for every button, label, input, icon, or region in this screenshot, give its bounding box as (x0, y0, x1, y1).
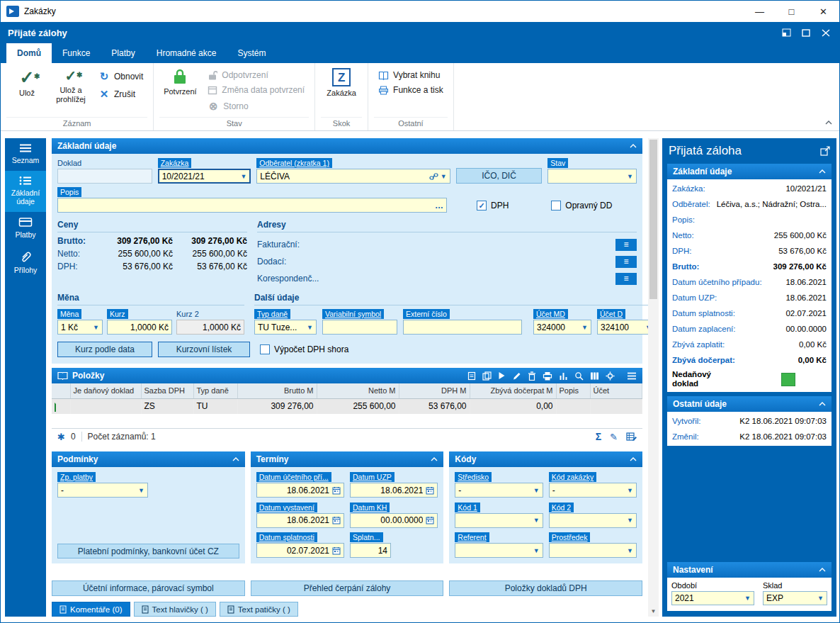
datum-ucetniho-field[interactable]: 18.06.2021 (256, 483, 344, 498)
stav-field[interactable]: ▼ (547, 169, 637, 184)
datum-kh-label[interactable]: Datum KH (350, 503, 390, 512)
copy-record-icon[interactable] (482, 371, 492, 381)
variabilni-symbol-label[interactable]: Variabilní symbol (322, 309, 384, 319)
column-header[interactable]: Netto M (317, 383, 399, 398)
zp-platby-field[interactable]: - ▼ (57, 483, 148, 498)
obdobi-field[interactable]: 2021 ▼ (671, 591, 754, 605)
collapse-panel-button[interactable] (431, 457, 438, 461)
sidebar-item-zakladni-udaje[interactable]: Základní údaje (5, 171, 46, 212)
column-header[interactable]: Brutto M (237, 383, 317, 398)
print-icon[interactable] (543, 371, 552, 381)
dropdown-icon[interactable]: ▼ (533, 487, 540, 494)
dropdown-icon[interactable]: ▼ (533, 517, 540, 524)
dropdown-icon[interactable]: ▼ (817, 595, 824, 602)
confirm-button[interactable]: Potvrzení (159, 64, 200, 98)
address-menu-button[interactable]: ≡ (615, 239, 637, 251)
variabilni-symbol-field[interactable] (322, 320, 397, 335)
scroll-down-arrow[interactable]: ▼ (648, 606, 659, 617)
select-book-button[interactable]: Vybrat knihu (374, 69, 448, 82)
tab-text-paticky[interactable]: Text patičky ( ) (220, 602, 298, 617)
jump-zakazka-button[interactable]: Z Zakázka (321, 64, 362, 99)
kod2-field[interactable]: ▼ (549, 513, 637, 528)
calendar-icon[interactable] (332, 546, 341, 555)
unconfirm-button[interactable]: Odpotvrzení (203, 69, 309, 82)
dropdown-icon[interactable]: ▼ (240, 173, 246, 180)
close-button[interactable]: ✕ (807, 1, 839, 22)
save-button[interactable]: ✓✱ Ulož (6, 64, 47, 99)
calendar-icon[interactable] (332, 516, 341, 524)
odberatel-label[interactable]: Odběratel (zkratka 1) (256, 158, 332, 168)
info-section-header-nastaveni[interactable]: Nastavení (667, 562, 832, 578)
sidebar-item-prilohy[interactable]: Přílohy (5, 245, 46, 281)
referent-label[interactable]: Referent (455, 532, 489, 542)
column-header[interactable]: Popis (556, 383, 590, 398)
stredisko-field[interactable]: - ▼ (455, 483, 543, 498)
kod1-field[interactable]: ▼ (455, 513, 543, 528)
kod-zakazky-field[interactable]: - ▼ (549, 483, 637, 498)
column-header[interactable]: Zbývá dočerpat M (470, 383, 556, 398)
info-section-header-ostatni[interactable]: Ostatní údaje (667, 396, 832, 412)
zakazka-label[interactable]: Zakázka (158, 158, 192, 168)
zp-platby-label[interactable]: Zp. platby (57, 472, 96, 482)
column-header[interactable]: Sazba DPH (141, 383, 193, 398)
bulk-edit-icon[interactable] (626, 432, 637, 442)
dropdown-icon[interactable]: ▼ (307, 324, 313, 331)
functions-print-button[interactable]: Funkce a tisk (374, 84, 448, 96)
panel-header-terminy[interactable]: Termíny (251, 451, 444, 467)
kod2-label[interactable]: Kód 2 (549, 503, 574, 512)
grid-menu-icon[interactable] (627, 372, 637, 380)
datum-ucetniho-label[interactable]: Datum účetního pří... (256, 472, 331, 482)
icon-column-header[interactable] (52, 383, 70, 398)
kurzovni-listek-button[interactable]: Kurzovní lístek (158, 342, 250, 357)
collapse-panel-button[interactable] (630, 144, 637, 148)
chart-icon[interactable] (559, 371, 568, 381)
panel-header-kody[interactable]: Kódy (449, 451, 642, 467)
cancel-button[interactable]: ✕ Zrušit (94, 86, 147, 102)
dropdown-icon[interactable]: ▼ (744, 595, 751, 602)
maximize-button[interactable]: □ (776, 1, 807, 22)
prehled-cerpani-button[interactable]: Přehled čerpání zálohy (251, 580, 444, 596)
collapse-panel-button[interactable] (630, 457, 637, 461)
columns-icon[interactable] (590, 371, 599, 381)
ucet-d-label[interactable]: Účet D (597, 309, 625, 319)
calendar-icon[interactable] (332, 486, 341, 495)
kod1-label[interactable]: Kód 1 (455, 503, 479, 512)
vypocet-dph-checkbox[interactable]: Výpočet DPH shora (260, 344, 348, 354)
refresh-button[interactable]: ↻ Obnovit (94, 69, 147, 84)
calendar-icon[interactable] (426, 486, 434, 495)
datum-splatnosti-field[interactable]: 02.07.2021 (256, 543, 344, 558)
collapse-section-button[interactable] (819, 568, 826, 572)
vertical-scrollbar[interactable]: ▼ (648, 138, 659, 617)
dropdown-icon[interactable]: ▼ (93, 324, 99, 331)
mena-field[interactable]: 1 Kč ▼ (57, 320, 103, 335)
ucetni-informace-button[interactable]: Účetní informace, párovací symbol (52, 580, 245, 596)
tab-text-hlavicky[interactable]: Text hlavičky ( ) (134, 602, 216, 617)
collapse-section-button[interactable] (819, 169, 826, 174)
ico-dic-button[interactable]: IČO, DIČ (456, 168, 543, 184)
change-confirm-date-button[interactable]: Změna data potvrzení (203, 84, 309, 96)
sum-icon[interactable]: Σ (596, 431, 601, 442)
sklad-field[interactable]: EXP ▼ (763, 591, 827, 605)
sidebar-item-platby[interactable]: Platby (5, 212, 46, 245)
zakazka-field[interactable]: 10/2021/21 ▼ (158, 169, 251, 184)
prostredek-label[interactable]: Prostředek (549, 532, 591, 542)
kurz-podle-data-button[interactable]: Kurz podle data (57, 342, 152, 357)
externi-cislo-field[interactable] (403, 320, 522, 335)
info-section-header-zakladni[interactable]: Základní údaje (667, 164, 832, 179)
platebni-podminky-button[interactable]: Platební podmínky, bankovní účet CZ (57, 544, 239, 559)
panel-header-zakladni-udaje[interactable]: Základní údaje (52, 138, 642, 154)
column-header[interactable]: DPH M (399, 383, 470, 398)
minimize-button[interactable]: — (744, 1, 776, 22)
dropdown-icon[interactable]: ▼ (627, 487, 633, 494)
sidebar-item-seznam[interactable]: Seznam (5, 138, 46, 171)
ucet-md-label[interactable]: Účet MD (533, 309, 568, 319)
datum-vystaveni-label[interactable]: Datum vystavení (256, 503, 317, 512)
polozky-dokladu-dph-button[interactable]: Položky dokladů DPH (449, 580, 642, 596)
table-row[interactable]: ZS TU 309 276,00 255 600,00 53 676,00 0,… (52, 398, 642, 414)
prostredek-field[interactable]: ▼ (549, 543, 637, 558)
tab-komentare[interactable]: Komentáře (0) (52, 602, 130, 617)
datum-uzp-label[interactable]: Datum UZP (350, 472, 395, 482)
dock-panel-button[interactable] (778, 26, 794, 40)
kurz-field[interactable]: 1,0000 Kč (107, 320, 172, 335)
collapse-panel-button[interactable] (232, 457, 239, 461)
